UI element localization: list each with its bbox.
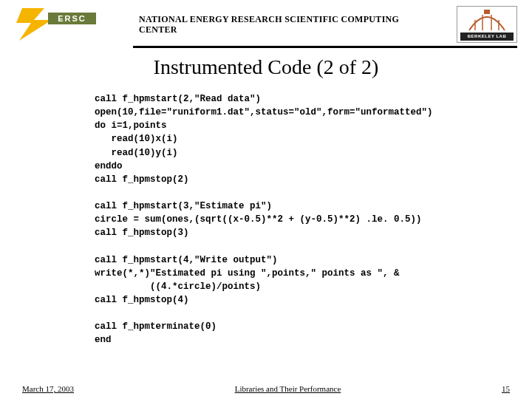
- berkeley-lab-logo: BERKELEY LAB: [457, 6, 517, 43]
- nersc-logo: ERSC: [15, 10, 96, 39]
- code-block: call f_hpmstart(2,"Read data") open(10,f…: [95, 92, 532, 347]
- page-number: 15: [502, 384, 510, 393]
- lab-label: BERKELEY LAB: [460, 33, 514, 41]
- header-divider: [133, 46, 517, 48]
- org-name: NATIONAL ENERGY RESEARCH SCIENTIFIC COMP…: [139, 14, 457, 35]
- org-line2: CENTER: [139, 24, 177, 35]
- building-icon: [465, 10, 509, 32]
- slide-header: ERSC NATIONAL ENERGY RESEARCH SCIENTIFIC…: [0, 0, 532, 44]
- footer-title: Libraries and Their Performance: [74, 384, 502, 393]
- svg-marker-0: [16, 8, 52, 41]
- slide-footer: March 17, 2003 Libraries and Their Perfo…: [0, 384, 532, 393]
- footer-date: March 17, 2003: [22, 384, 74, 393]
- svg-rect-5: [484, 10, 490, 14]
- slide-title: Instrumented Code (2 of 2): [0, 55, 532, 79]
- org-line1: NATIONAL ENERGY RESEARCH SCIENTIFIC COMP…: [139, 14, 399, 24]
- nersc-text: ERSC: [48, 13, 96, 24]
